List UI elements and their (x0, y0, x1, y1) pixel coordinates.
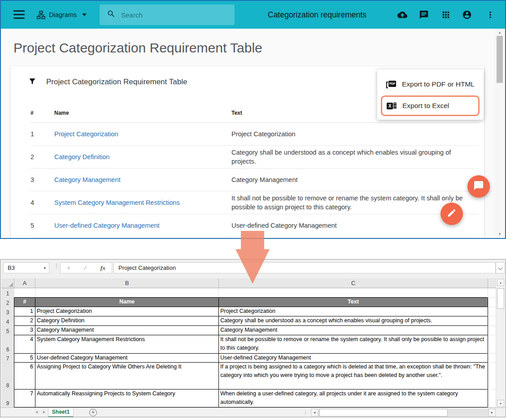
cell[interactable]: System Category Management Restrictions (35, 335, 218, 354)
cell[interactable]: 6 (14, 363, 35, 390)
export-pdf-menu-item[interactable]: PDF Export to PDF or HTML (386, 78, 475, 91)
excel-vertical-scrollbar[interactable]: ▲ ▼ (496, 278, 505, 407)
cell[interactable]: If a project is being assigned to a cate… (218, 363, 488, 390)
filter-icon[interactable] (28, 77, 36, 87)
cell[interactable]: When deleting a user-defined category, a… (218, 390, 488, 407)
export-excel-menu-item[interactable]: X Export to Excel (381, 95, 480, 116)
insert-function-icon[interactable]: fx (100, 264, 105, 272)
cell-header-num[interactable]: # (14, 298, 35, 307)
apps-grid-icon[interactable] (441, 10, 451, 20)
cell[interactable] (488, 326, 496, 335)
excel-row: 4 2 Category Definition Category shall b… (1, 316, 496, 326)
sheet-next-icon[interactable]: ► (42, 410, 46, 414)
row-header[interactable]: 5 (1, 326, 14, 335)
cell[interactable] (488, 307, 496, 316)
web-vertical-scrollbar[interactable]: ▲ ▼ (494, 29, 505, 238)
cell-header-name[interactable]: Name (35, 298, 218, 307)
search-input[interactable]: Search (100, 4, 235, 25)
cloud-upload-icon[interactable] (397, 10, 407, 20)
requirement-link[interactable]: User-defined Category Management (54, 222, 160, 229)
cell[interactable]: Category Definition (35, 316, 218, 326)
scroll-down-icon[interactable]: ▼ (497, 400, 504, 407)
add-sheet-button[interactable]: + (89, 409, 97, 416)
formula-bar[interactable]: Project Categorization (113, 262, 496, 273)
cell[interactable] (14, 288, 35, 298)
cell[interactable]: Category Management (218, 326, 488, 335)
document-title: Categorization requirements (268, 1, 366, 29)
cell[interactable]: User-defined Category Management (218, 354, 488, 363)
cell[interactable]: 2 (14, 316, 35, 326)
row-header[interactable]: 1 (1, 288, 14, 298)
cancel-icon[interactable]: × (67, 264, 70, 272)
excel-row: 3 1 Project Categorization Project Categ… (1, 307, 496, 316)
row-header[interactable]: 8 (1, 363, 14, 390)
cell[interactable]: Project Categorization (35, 307, 218, 316)
cell-header-text[interactable]: Text (218, 298, 488, 307)
cell[interactable]: Project Categorization (218, 307, 488, 316)
excel-row: 8 6 Assigning Project to Category While … (1, 363, 496, 390)
name-box-caret-icon[interactable]: ▾ (44, 266, 46, 270)
diagrams-icon (37, 11, 45, 19)
more-options-icon[interactable] (485, 10, 491, 20)
cell[interactable]: 3 (14, 326, 35, 335)
column-header-a[interactable]: A (14, 278, 35, 288)
cell[interactable]: Category Management (35, 326, 218, 335)
scroll-up-icon[interactable]: ▲ (494, 30, 505, 35)
scrollbar-thumb[interactable] (319, 409, 448, 416)
export-menu: PDF Export to PDF or HTML X Export to Ex… (377, 69, 484, 120)
row-header[interactable]: 9 (1, 390, 14, 407)
cell[interactable]: 5 (14, 354, 35, 363)
cell[interactable]: 4 (14, 335, 35, 354)
account-icon[interactable] (462, 10, 472, 20)
cell[interactable]: 1 (14, 307, 35, 316)
cell[interactable]: 7 (14, 390, 35, 407)
scroll-left-icon[interactable]: ◄ (311, 409, 318, 416)
cell[interactable] (218, 288, 488, 298)
row-num: 1 (31, 122, 54, 145)
row-header[interactable]: 3 (1, 307, 14, 316)
formula-bar-expand-icon[interactable] (496, 262, 505, 273)
column-header-b[interactable]: B (35, 278, 218, 288)
chevron-down-icon (82, 13, 87, 16)
search-icon (100, 9, 116, 20)
requirement-link[interactable]: Category Management (54, 176, 121, 183)
row-num: 4 (31, 191, 54, 214)
diagrams-menu[interactable]: Diagrams (37, 9, 87, 21)
cell[interactable] (488, 335, 496, 354)
scrollbar-thumb[interactable] (497, 288, 504, 309)
cell[interactable] (488, 288, 496, 298)
scroll-down-icon[interactable]: ▼ (494, 232, 505, 236)
comments-icon[interactable] (419, 10, 429, 20)
select-all-corner[interactable] (1, 278, 14, 288)
cell[interactable]: Automatically Reassigning Projects to Sy… (35, 390, 218, 407)
scroll-right-icon[interactable]: ► (489, 409, 496, 416)
cell[interactable] (488, 316, 496, 326)
cell[interactable] (488, 354, 496, 363)
comment-fab-button[interactable] (467, 175, 490, 198)
row-header[interactable]: 6 (1, 335, 14, 354)
row-header[interactable]: 2 (1, 298, 14, 307)
excel-row: 5 3 Category Management Category Managem… (1, 326, 496, 335)
cell[interactable] (488, 298, 496, 307)
enter-icon[interactable]: ✓ (83, 264, 88, 271)
requirement-link[interactable]: System Category Management Restrictions (54, 199, 180, 206)
sheet-tab-sheet1[interactable]: Sheet1 (48, 408, 74, 417)
requirement-link[interactable]: Project Categorization (54, 130, 118, 138)
cell[interactable] (488, 390, 496, 407)
edit-fab-button[interactable] (441, 203, 463, 225)
row-header[interactable]: 7 (1, 354, 14, 363)
cell[interactable] (488, 363, 496, 390)
cell[interactable]: Category shall be understood as a concep… (218, 316, 488, 326)
sheet-prev-icon[interactable]: ◄ (35, 410, 39, 414)
requirement-link[interactable]: Category Definition (54, 153, 109, 160)
scroll-up-icon[interactable]: ▲ (497, 279, 504, 286)
hamburger-menu-icon[interactable] (13, 10, 25, 19)
excel-name-box[interactable]: B3 ▾ (3, 262, 49, 273)
cell[interactable]: It shall not be possible to remove or re… (218, 335, 488, 354)
excel-horizontal-scrollbar[interactable]: ◄ ► (311, 409, 496, 416)
cell[interactable]: User-defined Category Management (35, 354, 218, 363)
cell[interactable]: Assigning Project to Category While Othe… (35, 363, 218, 390)
cell[interactable] (35, 288, 218, 298)
row-header[interactable]: 4 (1, 316, 14, 326)
scrollbar-thumb[interactable] (497, 36, 503, 83)
